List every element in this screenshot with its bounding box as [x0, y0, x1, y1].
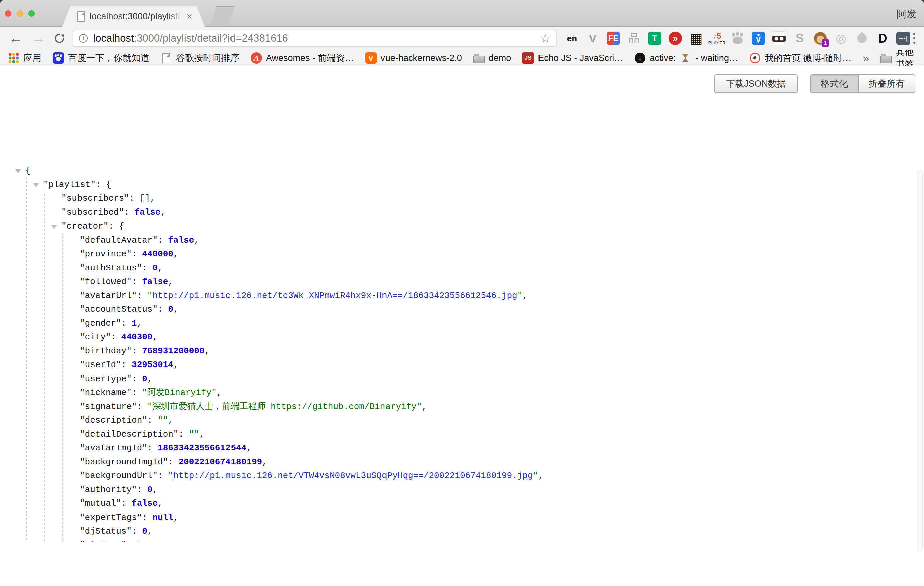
json-key: "accountStatus" — [79, 304, 158, 314]
paw-icon[interactable] — [730, 31, 745, 46]
json-link[interactable]: http://p1.music.126.net/tc3Wk_XNPmwiR4hx… — [152, 291, 517, 301]
json-key: "backgroundImgId" — [79, 457, 168, 467]
url-field[interactable]: i localhost:3000/playlist/detail?id=2438… — [73, 30, 556, 47]
format-button[interactable]: 格式化 — [811, 75, 858, 92]
fe-icon[interactable]: FE — [606, 31, 621, 46]
json-line-content: "subscribers": [], — [0, 192, 155, 206]
json-string-value: "阿发Binaryify" — [142, 388, 217, 398]
reload-button[interactable] — [53, 32, 66, 45]
bookmark-echojs[interactable]: JSEcho JS - JavaScri… — [523, 53, 623, 64]
json-line: "subscribers": [], — [0, 192, 924, 206]
browser-tab[interactable]: localhost:3000/playlist/detail?i × — [62, 6, 205, 27]
apps-grid-icon — [8, 53, 19, 64]
json-line-content: "djStatus": 0, — [0, 525, 152, 538]
json-literal-value: false — [134, 208, 160, 218]
folder-icon — [880, 53, 892, 64]
minimize-window-button[interactable] — [17, 10, 23, 17]
bookmark-awesomes[interactable]: AAwesomes - 前端资… — [251, 52, 354, 64]
d-icon[interactable]: D — [875, 31, 890, 46]
download-json-button[interactable]: 下载JSON数据 — [714, 74, 798, 93]
json-line-content: "gender": 1, — [0, 317, 142, 331]
close-window-button[interactable] — [5, 10, 12, 17]
collapse-all-button[interactable]: 折叠所有 — [858, 75, 915, 92]
json-literal-value: 18633423556612544 — [158, 443, 246, 453]
collapse-arrow-icon[interactable] — [51, 225, 57, 229]
json-key: "city" — [79, 332, 111, 342]
s-gray-icon[interactable]: S — [792, 31, 807, 46]
new-tab-button[interactable] — [210, 7, 234, 27]
bookmark-label: demo — [489, 53, 512, 63]
json-key: "authStatus" — [79, 263, 142, 273]
json-key: "description" — [79, 415, 147, 425]
sitemap-icon[interactable]: 品 — [627, 31, 641, 46]
qr-code-icon[interactable]: ▦ — [689, 31, 703, 46]
json-line: "followed": false, — [0, 275, 924, 289]
collapse-arrow-icon[interactable] — [15, 169, 21, 173]
weibo-icon — [749, 53, 761, 64]
tab-close-icon[interactable]: × — [186, 12, 192, 21]
mask-icon[interactable] — [772, 31, 786, 46]
json-punctuation: , — [173, 249, 179, 259]
json-line-content: "defaultAvatar": false, — [0, 234, 200, 248]
json-key: "backgroundUrl" — [79, 471, 158, 481]
json-line: "playlist": { — [0, 178, 924, 192]
bookmark-baidu[interactable]: 百度一下，你就知道 — [53, 52, 149, 64]
bookmark-label: vue-hackernews-2.0 — [381, 53, 462, 63]
json-literal-value: 0 — [168, 304, 173, 314]
fast-forward-icon[interactable]: » — [668, 31, 683, 46]
json-line: "avatarUrl": "http://p1.music.126.net/tc… — [0, 289, 924, 303]
json-key: "userId" — [79, 360, 121, 370]
back-button[interactable]: ← — [9, 31, 23, 45]
bookmark-label: 百度一下，你就知道 — [68, 52, 149, 64]
weibo-gray-icon[interactable]: ◎ — [834, 31, 848, 46]
info-icon[interactable]: i — [79, 34, 87, 43]
json-punctuation: , — [173, 304, 179, 314]
html5-player-icon[interactable]: ♪5PLAYER — [710, 31, 724, 46]
url-path: :3000/playlist/detail?id=24381616 — [134, 32, 288, 44]
bookmark-vue-hackernews[interactable]: vvue-hackernews-2.0 — [365, 53, 462, 64]
json-line-content: "description": "", — [0, 414, 173, 428]
json-line-content: "nickname": "阿发Binaryify", — [0, 386, 222, 400]
bookmark-demo[interactable]: demo — [474, 53, 512, 64]
password-dots-icon[interactable]: •••| — [896, 31, 911, 46]
forward-button: → — [31, 31, 45, 45]
bookmark-apps[interactable]: 应用 — [8, 52, 41, 64]
tab-title-wrap: localhost:3000/playlist/detail?i — [89, 10, 184, 22]
json-key: "expertTags" — [79, 512, 142, 523]
bird-icon[interactable] — [855, 31, 869, 46]
awesomes-a-icon: A — [251, 53, 262, 64]
json-punctuation: , — [147, 526, 153, 536]
bookmark-star-icon[interactable]: ☆ — [540, 31, 551, 45]
json-line: "backgroundImgId": 2002210674180199, — [0, 456, 924, 469]
download-blue-icon[interactable] — [751, 31, 766, 46]
json-line: "userId": 32953014, — [0, 358, 924, 372]
bookmark-weibo-home[interactable]: 我的首页 微博-随时… — [749, 52, 851, 64]
json-key: "avatarUrl" — [79, 291, 137, 301]
collapse-arrow-icon[interactable] — [33, 183, 39, 187]
zoom-window-button[interactable] — [28, 10, 35, 17]
download-circle-icon: ↓ — [634, 53, 646, 64]
json-line: "nickname": "阿发Binaryify", — [0, 386, 924, 400]
json-punctuation: { — [25, 166, 31, 176]
bookmarks-overflow-chevron[interactable]: » — [863, 52, 869, 65]
vue-devtools-icon[interactable]: V — [585, 31, 600, 46]
json-link[interactable]: http://p1.music.126.net/VTW4vsN08vwL3uSQ… — [173, 471, 533, 481]
json-key: "creator" — [61, 221, 108, 231]
tampermonkey-icon[interactable]: 1 — [813, 31, 828, 46]
json-key: "avatarImgId" — [79, 443, 147, 453]
json-literal-value: 2002210674180199 — [178, 457, 262, 467]
bookmark-google-sorted[interactable]: 谷歌按时间排序 — [161, 52, 239, 64]
bookmarks-bar: 应用百度一下，你就知道谷歌按时间排序AAwesomes - 前端资…vvue-h… — [0, 50, 924, 66]
bookmark-active-waiting[interactable]: ↓active:- waiting… — [634, 53, 738, 64]
page-content: 下载JSON数据 格式化 折叠所有 {"playlist": {"subscri… — [0, 66, 924, 542]
json-line-content: "userId": 32953014, — [0, 358, 178, 372]
browser-menu-icon[interactable] — [913, 33, 915, 44]
translate-icon[interactable]: en — [564, 31, 579, 46]
shield-t-icon[interactable]: T — [647, 31, 662, 46]
json-line-content: "vipType": 0, — [0, 538, 147, 543]
bookmark-label: 应用 — [23, 52, 41, 64]
json-line-content: "detailDescription": "", — [0, 428, 205, 442]
json-string-value: "" — [189, 429, 200, 439]
json-literal-value: 0 — [142, 374, 147, 384]
profile-name[interactable]: 阿发 — [897, 7, 917, 21]
